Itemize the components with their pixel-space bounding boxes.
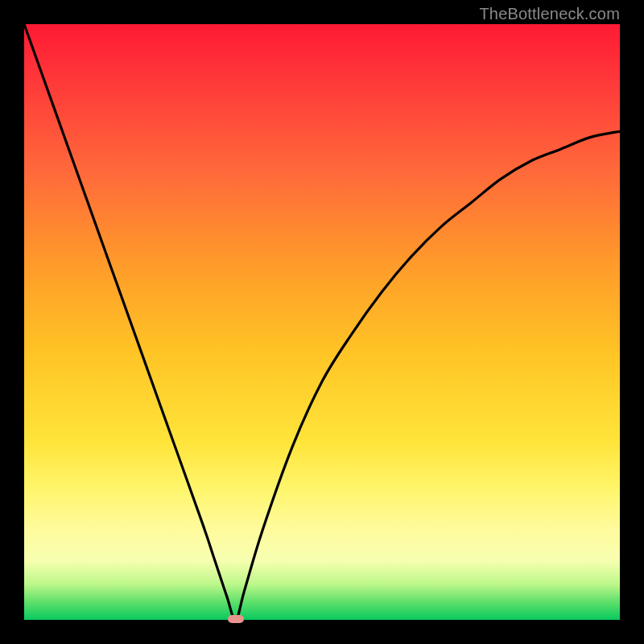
bottleneck-curve [24, 24, 620, 620]
plot-area [24, 24, 620, 620]
watermark-text: TheBottleneck.com [479, 5, 620, 23]
chart-frame: TheBottleneck.com [0, 0, 644, 644]
optimal-marker [228, 615, 244, 623]
curve-svg [24, 24, 620, 620]
